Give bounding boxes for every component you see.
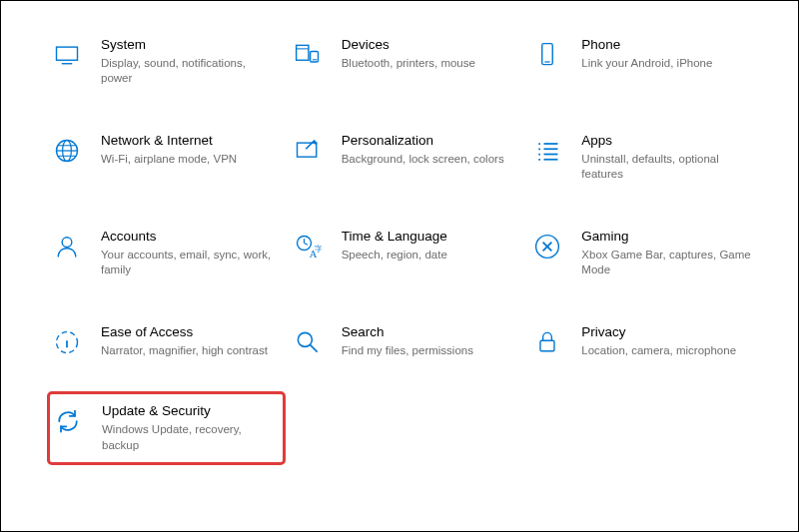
apps-icon (531, 135, 563, 167)
ease-of-access-icon (51, 326, 83, 358)
category-title: Update & Security (102, 403, 277, 420)
category-description: Wi-Fi, airplane mode, VPN (101, 152, 278, 168)
category-text: AppsUninstall, defaults, optional featur… (581, 133, 758, 183)
category-description: Uninstall, defaults, optional features (581, 152, 758, 183)
category-title: System (101, 37, 278, 54)
category-title: Ease of Access (101, 324, 278, 341)
category-text: DevicesBluetooth, printers, mouse (342, 37, 518, 71)
category-title: Network & Internet (101, 133, 278, 150)
category-text: GamingXbox Game Bar, captures, Game Mode (581, 229, 758, 278)
category-text: PhoneLink your Android, iPhone (581, 37, 758, 71)
category-system[interactable]: SystemDisplay, sound, notifications, pow… (49, 33, 280, 91)
gaming-icon (531, 231, 563, 263)
category-text: Ease of AccessNarrator, magnifier, high … (101, 324, 278, 358)
category-description: Background, lock screen, colors (342, 152, 518, 168)
category-text: PersonalizationBackground, lock screen, … (342, 133, 518, 167)
category-privacy[interactable]: PrivacyLocation, camera, microphone (529, 320, 760, 362)
privacy-icon (531, 326, 563, 358)
category-description: Narrator, magnifier, high contrast (101, 343, 278, 359)
category-description: Your accounts, email, sync, work, family (101, 248, 278, 278)
category-title: Accounts (101, 229, 278, 246)
category-text: SearchFind my files, permissions (342, 324, 518, 358)
category-title: Devices (342, 37, 518, 54)
category-description: Bluetooth, printers, mouse (342, 56, 518, 72)
category-text: PrivacyLocation, camera, microphone (581, 324, 758, 358)
category-title: Phone (581, 37, 758, 54)
category-text: Network & InternetWi-Fi, airplane mode, … (101, 133, 278, 167)
accounts-icon (51, 231, 83, 263)
category-gaming[interactable]: GamingXbox Game Bar, captures, Game Mode (529, 225, 760, 282)
category-text: Update & SecurityWindows Update, recover… (102, 403, 277, 453)
category-phone[interactable]: PhoneLink your Android, iPhone (529, 33, 760, 91)
network-icon (51, 135, 83, 167)
category-title: Search (342, 324, 518, 341)
category-update-security[interactable]: Update & SecurityWindows Update, recover… (47, 391, 286, 465)
category-title: Time & Language (342, 229, 518, 246)
settings-categories-grid: SystemDisplay, sound, notifications, pow… (1, 1, 798, 476)
category-apps[interactable]: AppsUninstall, defaults, optional featur… (529, 129, 760, 187)
phone-icon (531, 39, 563, 71)
category-description: Find my files, permissions (342, 343, 518, 359)
category-personalization[interactable]: PersonalizationBackground, lock screen, … (290, 129, 520, 187)
category-devices[interactable]: DevicesBluetooth, printers, mouse (290, 33, 520, 91)
search-icon (292, 326, 324, 358)
category-description: Link your Android, iPhone (581, 56, 758, 72)
category-description: Speech, region, date (342, 248, 518, 264)
category-network[interactable]: Network & InternetWi-Fi, airplane mode, … (49, 129, 280, 187)
category-text: AccountsYour accounts, email, sync, work… (101, 229, 278, 278)
category-description: Xbox Game Bar, captures, Game Mode (581, 248, 758, 278)
update-security-icon (52, 405, 84, 437)
category-text: Time & LanguageSpeech, region, date (342, 229, 518, 263)
category-title: Gaming (581, 229, 758, 246)
category-description: Windows Update, recovery, backup (102, 422, 277, 453)
category-description: Location, camera, microphone (581, 343, 758, 359)
category-time-language[interactable]: Time & LanguageSpeech, region, date (290, 225, 520, 282)
category-description: Display, sound, notifications, power (101, 56, 278, 87)
time-language-icon (292, 231, 324, 263)
personalization-icon (292, 135, 324, 167)
devices-icon (292, 39, 324, 71)
category-search[interactable]: SearchFind my files, permissions (290, 320, 520, 362)
category-accounts[interactable]: AccountsYour accounts, email, sync, work… (49, 225, 280, 282)
category-title: Privacy (581, 324, 758, 341)
category-ease-of-access[interactable]: Ease of AccessNarrator, magnifier, high … (49, 320, 280, 362)
category-title: Personalization (342, 133, 518, 150)
system-icon (51, 39, 83, 71)
category-text: SystemDisplay, sound, notifications, pow… (101, 37, 278, 87)
category-title: Apps (581, 133, 758, 150)
